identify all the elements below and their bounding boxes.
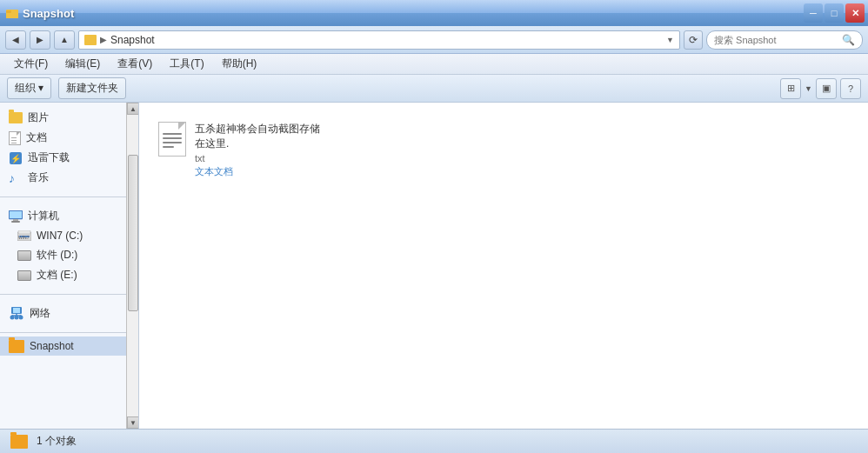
preview-pane-button[interactable]: ▣ [816,78,837,99]
window-controls: ─ □ ✕ [804,3,865,23]
forward-button[interactable]: ▶ [30,30,50,50]
svg-rect-8 [11,221,20,223]
minimize-button[interactable]: ─ [804,3,823,23]
documents-doc-icon [9,131,21,145]
network-icon [9,307,24,321]
search-input[interactable] [714,35,838,45]
sidebar: 图片 文档 ⚡ [0,103,139,429]
computer-icon [9,210,23,223]
software-drive-icon [17,250,31,261]
file-info: 五杀超神将会自动截图存储在这里. txt 文本文档 [195,122,322,178]
sidebar-label-thunder: 迅雷下载 [28,150,70,165]
svg-rect-10 [18,230,30,234]
svg-rect-2 [6,10,11,13]
sidebar-label-pictures: 图片 [28,110,49,125]
file-name: 五杀超神将会自动截图存储在这里. [195,122,322,151]
sidebar-divider-2 [0,294,138,295]
win7-drive-icon: WIN7 [17,230,31,241]
search-box[interactable]: 🔍 [706,30,863,50]
organize-button[interactable]: 组织 ▾ [7,77,51,99]
sidebar-label-computer: 计算机 [28,209,59,223]
status-bar: 1 个对象 [0,429,868,453]
content-area: 五杀超神将会自动截图存储在这里. txt 文本文档 [139,103,868,429]
status-folder-icon [10,435,28,449]
svg-rect-6 [10,211,22,218]
sidebar-item-thunder[interactable]: ⚡ 迅雷下载 [0,148,138,168]
back-icon: ◀ [12,35,19,44]
sidebar-divider-3 [0,332,138,333]
sidebar-divider-1 [0,197,138,197]
file-ext: txt [195,153,322,163]
sidebar-item-music[interactable]: ♪ 音乐 [0,168,138,188]
refresh-button[interactable]: ⟳ [684,30,703,50]
sidebar-label-software: 软件 (D:) [37,248,77,263]
new-folder-button[interactable]: 新建文件夹 [58,77,126,99]
view-dropdown-icon: ▼ [805,84,812,93]
refresh-icon: ⟳ [689,34,698,46]
close-button[interactable]: ✕ [845,3,865,23]
toolbar-right: ⊞ ▼ ▣ ? [780,78,861,99]
help-button[interactable]: ? [840,78,861,99]
docs-drive-icon [17,270,31,281]
breadcrumb-folder-icon [84,35,97,45]
menu-view[interactable]: 查看(V) [110,55,159,73]
sidebar-computer: 计算机 WIN7 WIN7 (C:) 软件 (D:) 文档 (E:) [0,201,138,290]
file-icon-lines [163,133,182,150]
file-type: 文本文档 [195,165,322,178]
svg-rect-7 [13,219,18,221]
thunder-icon: ⚡ [9,151,23,165]
menu-edit[interactable]: 编辑(E) [58,55,107,73]
forward-icon: ▶ [37,35,43,44]
sidebar-item-docs-drive[interactable]: 文档 (E:) [0,265,138,285]
sidebar-label-win7: WIN7 (C:) [37,230,83,242]
snapshot-folder-icon [9,340,24,353]
up-button[interactable]: ▲ [54,30,75,50]
menu-file[interactable]: 文件(F) [7,55,55,73]
search-icon: 🔍 [842,34,855,46]
up-icon: ▲ [60,35,69,44]
view-button[interactable]: ⊞ [780,78,801,99]
sidebar-item-snapshot[interactable]: Snapshot [0,336,138,356]
view-icon: ⊞ [787,83,795,94]
scrollbar-up-button[interactable]: ▲ [127,103,139,115]
back-button[interactable]: ◀ [5,30,26,50]
scrollbar-down-button[interactable]: ▼ [127,416,139,429]
pictures-folder-icon [9,112,23,123]
title-bar: Snapshot ─ □ ✕ [0,0,868,26]
sidebar-label-documents: 文档 [26,130,47,145]
pane-icon: ▣ [822,83,831,94]
sidebar-item-software[interactable]: 软件 (D:) [0,245,138,265]
menu-help[interactable]: 帮助(H) [215,55,264,73]
toolbar: 组织 ▾ 新建文件夹 ⊞ ▼ ▣ ? [0,75,868,103]
sidebar-network-section: 网络 [0,298,138,329]
sidebar-item-network[interactable]: 网络 [0,303,138,323]
maximize-button[interactable]: □ [825,3,844,23]
svg-rect-14 [13,308,20,313]
breadcrumb-arrow: ▶ [100,35,107,44]
sidebar-scrollbar[interactable]: ▲ ▼ [126,103,138,429]
main-layout: 图片 文档 ⚡ [0,103,868,429]
sidebar-favorites: 图片 文档 ⚡ [0,103,138,193]
svg-text:⚡: ⚡ [10,153,22,164]
breadcrumb[interactable]: ▶ Snapshot ▼ [78,30,680,50]
svg-text:WIN7: WIN7 [18,235,30,240]
file-item[interactable]: 五杀超神将会自动截图存储在这里. txt 文本文档 [153,117,327,183]
scrollbar-thumb[interactable] [128,155,138,311]
status-text: 1 个对象 [37,434,77,449]
sidebar-item-computer[interactable]: 计算机 [0,206,138,226]
sidebar-label-network: 网络 [30,306,50,321]
sidebar-item-pictures[interactable]: 图片 [0,108,138,128]
music-icon: ♪ [9,171,23,185]
window-title: Snapshot [23,7,74,20]
sidebar-label-docs-drive: 文档 (E:) [37,268,77,283]
file-icon [158,122,186,157]
address-bar: ◀ ▶ ▲ ▶ Snapshot ▼ ⟳ 🔍 [0,26,868,54]
breadcrumb-dropdown-icon: ▼ [666,36,674,44]
menu-tools[interactable]: 工具(T) [163,55,210,73]
menu-bar: 文件(F) 编辑(E) 查看(V) 工具(T) 帮助(H) [0,54,868,75]
sidebar-label-music: 音乐 [28,170,49,185]
sidebar-item-documents[interactable]: 文档 [0,128,138,148]
sidebar-item-win7[interactable]: WIN7 WIN7 (C:) [0,226,138,245]
sidebar-label-snapshot: Snapshot [30,340,74,352]
breadcrumb-text: Snapshot [110,34,155,46]
